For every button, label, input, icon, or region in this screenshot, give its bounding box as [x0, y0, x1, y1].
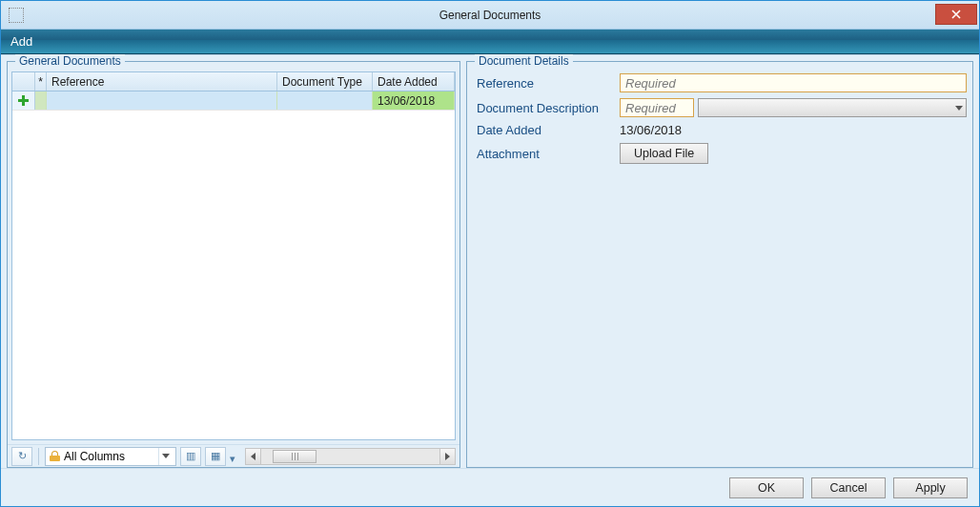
- row-dateadded[interactable]: 13/06/2018: [373, 91, 455, 110]
- grid-col-handle: [12, 72, 35, 91]
- content-area: General Documents * Reference Document T…: [1, 54, 979, 506]
- reference-input[interactable]: Required: [620, 73, 967, 92]
- columns-filter-label: All Columns: [64, 450, 125, 463]
- menu-add[interactable]: Add: [10, 34, 32, 49]
- grid-col-dateadded[interactable]: Date Added: [373, 72, 455, 91]
- window-title: General Documents: [439, 9, 541, 22]
- refresh-icon: ↻: [18, 450, 27, 462]
- scroll-left-arrow[interactable]: [246, 449, 261, 464]
- plus-icon: [17, 94, 30, 107]
- document-details-group: Document Details Reference Required Docu…: [466, 61, 973, 468]
- cancel-button[interactable]: Cancel: [811, 477, 886, 498]
- table-row[interactable]: 13/06/2018: [12, 91, 455, 111]
- date-added-value: 13/06/2018: [620, 123, 967, 137]
- label-date-added: Date Added: [477, 123, 620, 137]
- description-input[interactable]: Required: [620, 98, 694, 117]
- upload-file-button[interactable]: Upload File: [620, 143, 708, 164]
- scroll-track[interactable]: [261, 449, 439, 464]
- footer-sep: [38, 448, 39, 465]
- grid-header: * Reference Document Type Date Added: [12, 72, 455, 91]
- system-menu-icon[interactable]: [9, 8, 24, 23]
- row-star: [35, 91, 47, 110]
- lock-icon: [50, 451, 60, 461]
- close-button[interactable]: [935, 4, 977, 25]
- general-documents-group: General Documents * Reference Document T…: [7, 61, 460, 468]
- details-form: Reference Required Document Description …: [477, 73, 967, 164]
- panels: General Documents * Reference Document T…: [1, 55, 979, 468]
- grid-body: 13/06/2018: [12, 91, 455, 439]
- footer-dropdown-icon[interactable]: ▾: [230, 453, 235, 467]
- grid-footer: ↻ All Columns ▥ ▦ ▾: [8, 444, 459, 467]
- description-type-combo[interactable]: [698, 98, 967, 117]
- label-attachment: Attachment: [477, 147, 620, 161]
- row-reference[interactable]: [47, 91, 277, 110]
- ok-button[interactable]: OK: [729, 477, 804, 498]
- dialog-button-bar: OK Cancel Apply: [1, 468, 979, 506]
- grid-col-doctype[interactable]: Document Type: [277, 72, 373, 91]
- general-documents-window: General Documents Add General Documents …: [0, 0, 980, 507]
- columns-icon: ▥: [186, 450, 195, 462]
- label-description: Document Description: [477, 101, 620, 115]
- documents-grid: * Reference Document Type Date Added: [11, 71, 456, 440]
- arrow-right-icon: [445, 453, 450, 460]
- description-row: Required: [620, 98, 967, 117]
- titlebar: General Documents: [1, 1, 979, 30]
- scroll-right-arrow[interactable]: [439, 449, 455, 464]
- footer-columns-button-1[interactable]: ▥: [180, 447, 201, 466]
- attachment-row: Upload File: [620, 143, 967, 164]
- footer-columns-button-2[interactable]: ▦: [205, 447, 226, 466]
- general-documents-legend: General Documents: [15, 54, 125, 68]
- grid-col-reference[interactable]: Reference: [47, 72, 277, 91]
- chevron-down-icon: [955, 106, 963, 111]
- grid-col-star[interactable]: *: [35, 72, 47, 91]
- scroll-thumb[interactable]: [273, 450, 316, 463]
- apply-button[interactable]: Apply: [893, 477, 968, 498]
- arrow-left-icon: [251, 453, 255, 460]
- row-doctype[interactable]: [277, 91, 373, 110]
- grid-horizontal-scrollbar[interactable]: [245, 448, 456, 465]
- reference-field-wrap: Required: [620, 73, 967, 92]
- document-details-legend: Document Details: [475, 54, 573, 68]
- footer-refresh-button[interactable]: ↻: [11, 447, 32, 466]
- columns-filter-combo[interactable]: All Columns: [45, 447, 176, 466]
- menubar: Add: [1, 30, 979, 54]
- columns-alt-icon: ▦: [211, 450, 220, 462]
- row-add-handle[interactable]: [12, 91, 35, 110]
- chevron-down-icon: [158, 448, 172, 465]
- label-reference: Reference: [477, 76, 620, 91]
- close-icon: [951, 10, 961, 19]
